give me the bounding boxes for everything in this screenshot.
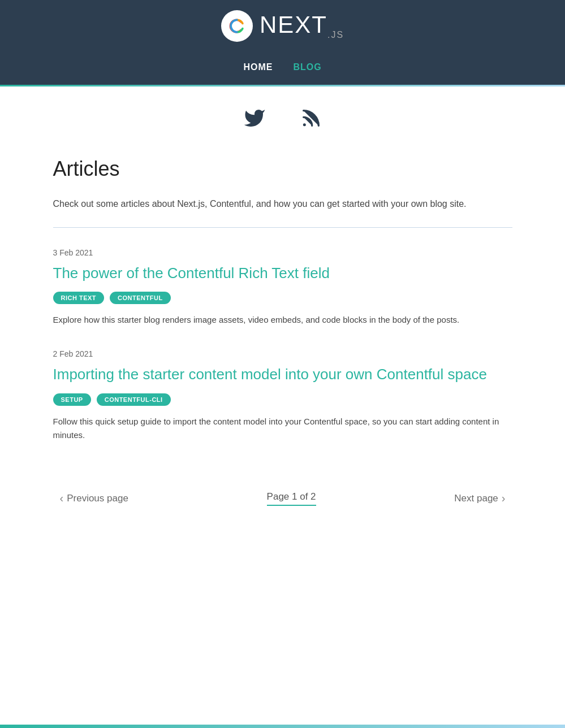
- main-content: Articles Check out some articles about N…: [40, 146, 526, 554]
- chevron-left-icon: ‹: [60, 492, 64, 505]
- article-1-date: 3 Feb 2021: [53, 248, 512, 257]
- next-page-label: Next page: [454, 493, 498, 504]
- logo-circle: [221, 10, 253, 42]
- bottom-stripe: [0, 725, 565, 728]
- tag-contentful[interactable]: CONTENTFUL: [110, 292, 171, 304]
- page-title: Articles: [53, 157, 512, 181]
- article-2-excerpt: Follow this quick setup guide to import …: [53, 415, 512, 442]
- page-indicator: Page 1 of 2: [267, 491, 316, 506]
- header-border: [0, 85, 565, 86]
- article-2-title[interactable]: Importing the starter content model into…: [53, 365, 512, 384]
- chevron-right-icon: ›: [502, 492, 506, 505]
- pagination: ‹ Previous page Page 1 of 2 Next page ›: [53, 465, 512, 543]
- article-1-tags: RICH TEXT CONTENTFUL: [53, 292, 512, 304]
- c-logo-icon: [227, 16, 247, 36]
- svg-point-2: [303, 123, 305, 126]
- article-1: 3 Feb 2021 The power of the Contentful R…: [53, 248, 512, 327]
- main-nav: HOME BLOG: [243, 54, 321, 85]
- tag-rich-text[interactable]: RICH TEXT: [53, 292, 105, 304]
- logo-area: NEXT.JS: [221, 10, 344, 42]
- prev-page-button[interactable]: ‹ Previous page: [53, 487, 135, 509]
- page-description: Check out some articles about Next.js, C…: [53, 197, 512, 211]
- logo-text: NEXT.JS: [260, 11, 344, 40]
- twitter-icon[interactable]: [243, 107, 266, 135]
- site-header: NEXT.JS HOME BLOG: [0, 0, 565, 86]
- social-area: [0, 86, 565, 146]
- article-1-title[interactable]: The power of the Contentful Rich Text fi…: [53, 264, 512, 283]
- prev-page-label: Previous page: [67, 493, 128, 504]
- nav-home[interactable]: HOME: [243, 62, 273, 77]
- article-2-date: 2 Feb 2021: [53, 349, 512, 358]
- section-divider: [53, 227, 512, 228]
- tag-contentful-cli[interactable]: CONTENTFUL-CLI: [97, 393, 171, 406]
- rss-icon[interactable]: [300, 107, 322, 135]
- next-page-button[interactable]: Next page ›: [447, 487, 512, 509]
- nav-blog[interactable]: BLOG: [293, 62, 321, 77]
- article-2-tags: SETUP CONTENTFUL-CLI: [53, 393, 512, 406]
- article-2: 2 Feb 2021 Importing the starter content…: [53, 349, 512, 442]
- article-1-excerpt: Explore how this starter blog renders im…: [53, 313, 512, 327]
- tag-setup[interactable]: SETUP: [53, 393, 91, 406]
